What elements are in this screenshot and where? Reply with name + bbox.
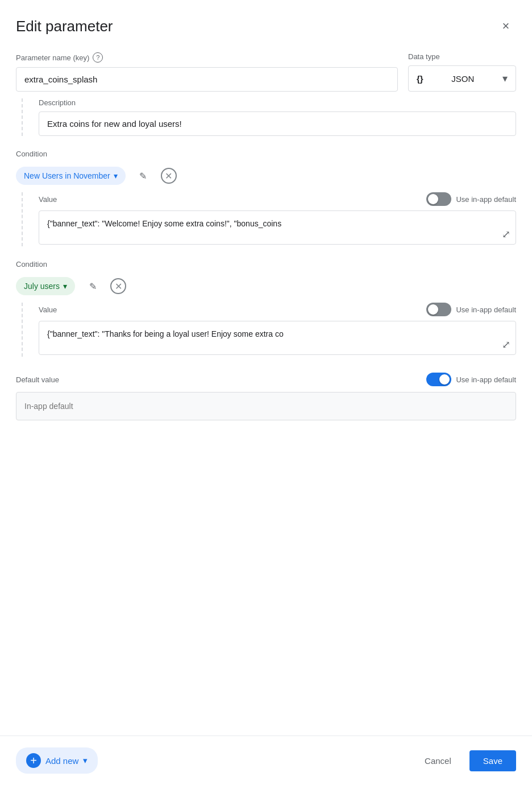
condition1-use-default-row: Use in-app default (426, 192, 516, 206)
condition2-value-input[interactable]: {"banner_text": "Thanks for being a loya… (39, 321, 516, 355)
default-toggle[interactable] (426, 373, 451, 386)
chevron-down-icon: ▾ (502, 72, 508, 85)
pencil-icon: ✎ (139, 171, 147, 181)
expand-icon-2[interactable]: ⤢ (502, 338, 510, 351)
condition1-value-section: Value Use in-app default {"banner_text":… (22, 192, 516, 246)
description-section: Description (22, 98, 516, 136)
pencil-icon-2: ✎ (89, 281, 97, 292)
data-type-group: Data type {} JSON ▾ (408, 52, 516, 92)
condition1-use-default-label: Use in-app default (456, 195, 516, 204)
condition2-value-wrapper: {"banner_text": "Thanks for being a loya… (39, 321, 516, 357)
condition1-section: Condition New Users in November ▾ ✎ ✕ Va… (16, 150, 516, 246)
footer-right: Cancel Save (415, 750, 516, 771)
add-new-label: Add new (45, 756, 78, 766)
cancel-button[interactable]: Cancel (415, 750, 460, 771)
add-new-chevron-icon: ▾ (83, 755, 88, 766)
condition2-badge[interactable]: July users ▾ (16, 277, 75, 295)
condition2-badge-label: July users (24, 282, 60, 291)
condition1-badge[interactable]: New Users in November ▾ (16, 167, 126, 185)
condition2-edit-button[interactable]: ✎ (83, 276, 102, 296)
default-use-default-row: Use in-app default (426, 373, 516, 386)
condition2-section: Condition July users ▾ ✎ ✕ Value (16, 260, 516, 357)
condition2-use-default-row: Use in-app default (426, 303, 516, 316)
data-type-select[interactable]: {} JSON ▾ (408, 65, 516, 92)
condition2-row: July users ▾ ✎ ✕ (16, 276, 516, 296)
json-icon: {} (417, 74, 423, 84)
condition1-value-row: Value Use in-app default (39, 192, 516, 206)
condition2-use-default-label: Use in-app default (456, 305, 516, 314)
condition2-value-label: Value (39, 305, 57, 314)
param-row: Parameter name (key) ? Data type {} JSON… (16, 52, 516, 92)
condition1-value-label: Value (39, 195, 57, 204)
param-name-input[interactable] (16, 67, 398, 92)
close-button[interactable]: × (496, 16, 516, 36)
save-button[interactable]: Save (469, 750, 516, 771)
condition1-row: New Users in November ▾ ✎ ✕ (16, 166, 516, 185)
condition1-toggle[interactable] (426, 192, 451, 206)
data-type-label: Data type (408, 52, 516, 61)
condition1-chevron-icon: ▾ (114, 171, 118, 180)
default-value-input[interactable] (16, 392, 516, 420)
data-type-value: JSON (451, 74, 474, 84)
expand-icon-1[interactable]: ⤢ (502, 228, 510, 241)
condition2-chevron-icon: ▾ (63, 282, 67, 291)
condition1-remove-button[interactable]: ✕ (161, 168, 177, 184)
dialog-header: Edit parameter × (0, 0, 532, 47)
condition1-edit-button[interactable]: ✎ (134, 166, 153, 185)
param-name-group: Parameter name (key) ? (16, 52, 398, 92)
plus-icon: + (26, 753, 41, 768)
description-label: Description (39, 98, 516, 107)
default-value-label: Default value (16, 375, 59, 384)
condition2-value-row: Value Use in-app default (39, 303, 516, 316)
condition1-value-wrapper: {"banner_text": "Welcome! Enjoy some ext… (39, 210, 516, 246)
default-value-row: Default value Use in-app default (16, 373, 516, 386)
help-icon[interactable]: ? (93, 52, 103, 63)
dialog-footer: + Add new ▾ Cancel Save (0, 736, 532, 785)
default-use-default-label: Use in-app default (456, 375, 516, 384)
dialog-content: Parameter name (key) ? Data type {} JSON… (0, 47, 532, 720)
condition1-label: Condition (16, 150, 516, 158)
param-name-label: Parameter name (key) ? (16, 52, 398, 63)
circle-x-icon-2: ✕ (115, 281, 122, 292)
dialog-title: Edit parameter (16, 18, 113, 35)
circle-x-icon: ✕ (165, 171, 172, 181)
condition2-label: Condition (16, 260, 516, 268)
default-value-section: Default value Use in-app default (16, 373, 516, 420)
condition2-value-section: Value Use in-app default {"banner_text":… (22, 303, 516, 357)
edit-parameter-dialog: Edit parameter × Parameter name (key) ? … (0, 0, 532, 785)
description-input[interactable] (39, 111, 516, 136)
condition2-remove-button[interactable]: ✕ (110, 278, 126, 294)
condition1-value-input[interactable]: {"banner_text": "Welcome! Enjoy some ext… (39, 210, 516, 245)
condition2-toggle[interactable] (426, 303, 451, 316)
add-new-button[interactable]: + Add new ▾ (16, 747, 98, 774)
condition1-badge-label: New Users in November (24, 171, 110, 180)
